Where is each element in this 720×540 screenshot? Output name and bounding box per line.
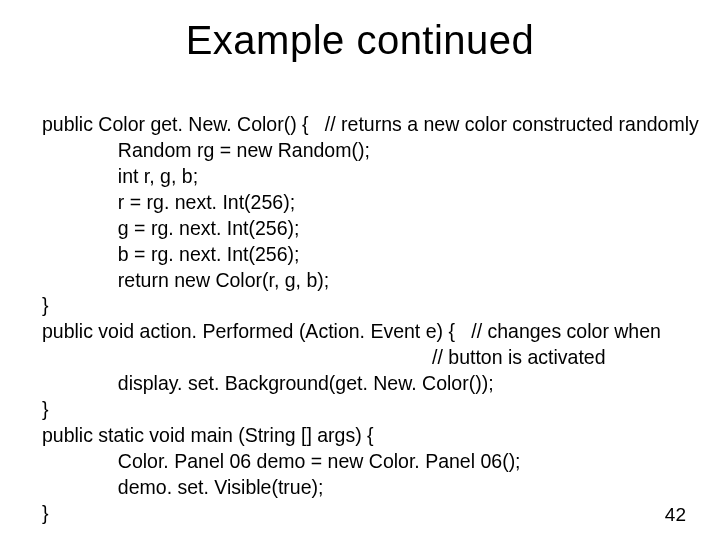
code-line: return new Color(r, g, b); bbox=[42, 269, 329, 291]
code-line: public void action. Performed (Action. E… bbox=[42, 320, 661, 342]
code-line: b = rg. next. Int(256); bbox=[42, 243, 299, 265]
code-line: demo. set. Visible(true); bbox=[42, 476, 323, 498]
code-block: public Color get. New. Color() { // retu… bbox=[42, 112, 678, 527]
code-line: } bbox=[42, 294, 49, 316]
slide-title: Example continued bbox=[0, 18, 720, 63]
code-line: } bbox=[42, 502, 49, 524]
page-number: 42 bbox=[665, 504, 686, 526]
code-line: g = rg. next. Int(256); bbox=[42, 217, 299, 239]
code-line: } bbox=[42, 398, 49, 420]
code-line: Random rg = new Random(); bbox=[42, 139, 370, 161]
code-line: display. set. Background(get. New. Color… bbox=[42, 372, 494, 394]
slide: Example continued public Color get. New.… bbox=[0, 0, 720, 540]
code-line: // button is activated bbox=[42, 346, 606, 368]
code-line: public Color get. New. Color() { // retu… bbox=[42, 113, 699, 135]
code-line: r = rg. next. Int(256); bbox=[42, 191, 295, 213]
code-line: int r, g, b; bbox=[42, 165, 198, 187]
code-line: public static void main (String [] args)… bbox=[42, 424, 374, 446]
code-line: Color. Panel 06 demo = new Color. Panel … bbox=[42, 450, 521, 472]
